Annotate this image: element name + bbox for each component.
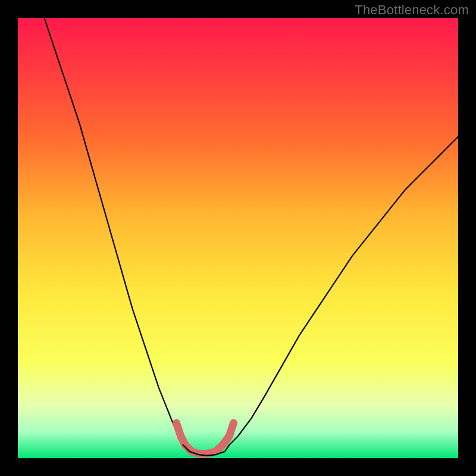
series-right-branch bbox=[229, 137, 458, 445]
plot-area bbox=[18, 18, 458, 458]
chart-frame: TheBottleneck.com bbox=[0, 0, 476, 476]
series-left-branch bbox=[44, 18, 183, 445]
curve-layer bbox=[18, 18, 458, 458]
series-bottom-trough-highlight bbox=[176, 423, 233, 454]
watermark-text: TheBottleneck.com bbox=[355, 2, 469, 18]
